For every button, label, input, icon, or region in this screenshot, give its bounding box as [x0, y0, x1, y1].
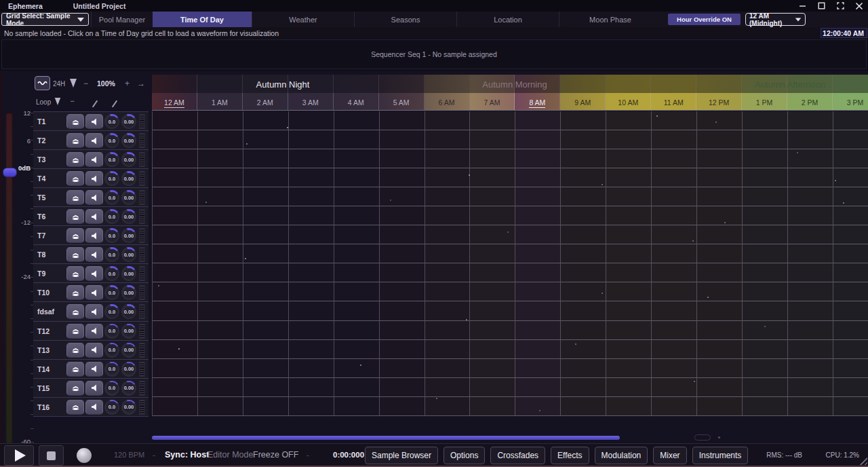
grid-cell[interactable]: [243, 130, 289, 149]
editor-mode[interactable]: Editor Mode: [208, 450, 253, 460]
grid-cell[interactable]: [470, 130, 515, 149]
grid-cell[interactable]: [697, 244, 743, 263]
grid-cell[interactable]: [743, 321, 788, 340]
grid-cell[interactable]: [606, 206, 652, 225]
grid-cell[interactable]: [515, 359, 561, 378]
grid-cell[interactable]: [561, 359, 606, 378]
grid-cell[interactable]: [289, 225, 334, 244]
grid-cell[interactable]: [652, 378, 697, 397]
grid-cell[interactable]: [743, 168, 788, 187]
grid-cell[interactable]: [743, 340, 788, 359]
grid-cell[interactable]: [652, 244, 697, 263]
grid-cell[interactable]: [561, 282, 606, 301]
grid-cell[interactable]: [515, 206, 561, 225]
grid-cell[interactable]: [243, 378, 289, 397]
grid-cell[interactable]: [606, 149, 652, 168]
grid-cell[interactable]: [743, 130, 788, 149]
grid-cell[interactable]: [743, 397, 788, 416]
grid-cell[interactable]: [515, 378, 561, 397]
grid-cell[interactable]: [697, 187, 743, 206]
listen-button[interactable]: [66, 247, 84, 262]
track-name[interactable]: T14: [37, 365, 50, 373]
grid-cell[interactable]: [652, 206, 697, 225]
grid-cell[interactable]: [334, 225, 380, 244]
hour-label[interactable]: 11 AM: [664, 98, 684, 107]
grid-cell[interactable]: [561, 301, 606, 320]
effects-button[interactable]: Effects: [551, 447, 589, 464]
grid-cell[interactable]: [153, 130, 198, 149]
grid-cell[interactable]: [425, 340, 471, 359]
grid-cell[interactable]: [515, 149, 561, 168]
grid-cell[interactable]: [833, 168, 868, 187]
grid-cell[interactable]: [697, 130, 743, 149]
grid-cell[interactable]: [198, 340, 243, 359]
pan-knob[interactable]: 0.00: [121, 304, 136, 319]
grid-cell[interactable]: [606, 111, 652, 130]
grid-cell[interactable]: [697, 359, 743, 378]
grid-cell[interactable]: [652, 187, 697, 206]
grid-cell[interactable]: [515, 130, 561, 149]
grid-cell[interactable]: [788, 282, 833, 301]
instruments-button[interactable]: Instruments: [692, 447, 749, 464]
track-name[interactable]: T9: [37, 269, 45, 278]
grid-cell[interactable]: [380, 130, 425, 149]
grid-cell[interactable]: [153, 340, 198, 359]
grid-cell[interactable]: [198, 282, 243, 301]
grid-cell[interactable]: [243, 206, 289, 225]
play-button[interactable]: [4, 445, 34, 466]
grid-cell[interactable]: [652, 168, 697, 187]
grid-cell[interactable]: [289, 378, 334, 397]
master-fader-track[interactable]: [5, 113, 13, 444]
grid-cell[interactable]: [561, 149, 606, 168]
gain-knob[interactable]: 0.0: [104, 266, 119, 281]
grid-cell[interactable]: [743, 282, 788, 301]
gain-knob[interactable]: 0.0: [104, 362, 119, 377]
mute-button[interactable]: [85, 324, 103, 339]
sync-mode[interactable]: Sync: Host: [165, 450, 209, 460]
mute-button[interactable]: [85, 190, 103, 205]
grid-cell[interactable]: [743, 225, 788, 244]
grid-cell[interactable]: [515, 282, 561, 301]
grid-cell[interactable]: [153, 378, 198, 397]
track-name[interactable]: T6: [37, 212, 45, 221]
grid-cell[interactable]: [470, 244, 515, 263]
grid-cell[interactable]: [561, 168, 606, 187]
grid-cell[interactable]: [515, 340, 561, 359]
grid-cell[interactable]: [833, 225, 868, 244]
mute-button[interactable]: [85, 266, 103, 281]
sample-browser-button[interactable]: Sample Browser: [365, 447, 438, 464]
grid-cell[interactable]: [289, 168, 334, 187]
timeline-dropdown-icon[interactable]: [70, 79, 77, 88]
grid-cell[interactable]: [788, 130, 833, 149]
gain-knob[interactable]: 0.0: [104, 381, 119, 396]
hour-label[interactable]: 9 AM: [574, 98, 591, 107]
modulation-button[interactable]: Modulation: [595, 447, 648, 464]
hour-label[interactable]: 2 PM: [802, 98, 818, 107]
grid-cell[interactable]: [334, 244, 380, 263]
grid-cell[interactable]: [470, 282, 515, 301]
grid-cell[interactable]: [743, 263, 788, 282]
listen-button[interactable]: [66, 209, 84, 224]
mute-button[interactable]: [85, 285, 103, 300]
scroll-arrow-button[interactable]: →: [137, 79, 145, 88]
grid-cell[interactable]: [470, 206, 515, 225]
listen-button[interactable]: [66, 190, 84, 205]
grid-cell[interactable]: [606, 225, 652, 244]
mute-button[interactable]: [85, 381, 103, 396]
grid-cell[interactable]: [697, 149, 743, 168]
gain-knob[interactable]: 0.0: [104, 133, 119, 148]
grid-cell[interactable]: [334, 397, 380, 416]
grid-cell[interactable]: [606, 378, 652, 397]
pan-knob[interactable]: 0.00: [121, 133, 136, 148]
grid-cell[interactable]: [743, 378, 788, 397]
grid-cell[interactable]: [198, 244, 243, 263]
grid-cell[interactable]: [743, 187, 788, 206]
grid-cell[interactable]: [652, 130, 697, 149]
grid-cell[interactable]: [697, 168, 743, 187]
grid-cell[interactable]: [470, 168, 515, 187]
grid-cell[interactable]: [788, 225, 833, 244]
grid-cell[interactable]: [743, 301, 788, 320]
grid-cell[interactable]: [743, 206, 788, 225]
grid-cell[interactable]: [833, 282, 868, 301]
grid-cell[interactable]: [697, 111, 743, 130]
